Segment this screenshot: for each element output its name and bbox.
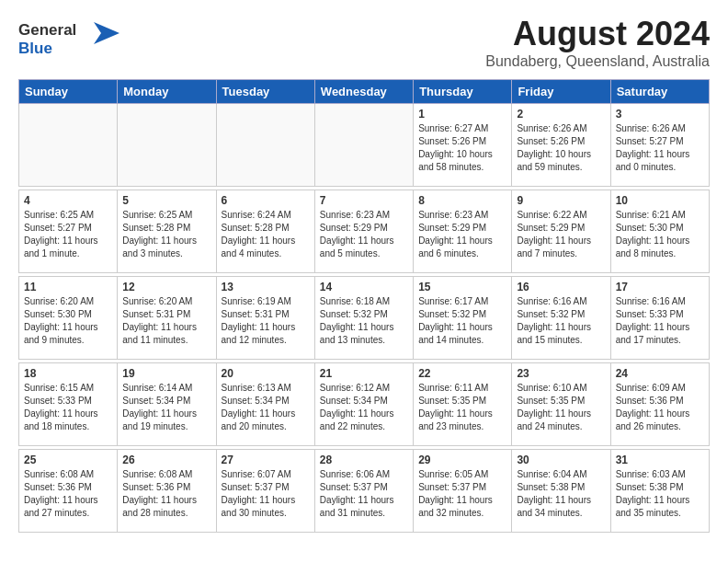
calendar-cell: 13Sunrise: 6:19 AM Sunset: 5:31 PM Dayli… — [216, 277, 314, 360]
svg-text:Blue: Blue — [18, 40, 52, 57]
calendar-cell: 24Sunrise: 6:09 AM Sunset: 5:36 PM Dayli… — [610, 363, 709, 446]
day-number: 14 — [320, 281, 408, 293]
day-info: Sunrise: 6:03 AM Sunset: 5:38 PM Dayligh… — [616, 468, 704, 520]
calendar-header-sunday: Sunday — [19, 80, 118, 104]
day-number: 19 — [122, 367, 210, 380]
day-number: 27 — [222, 454, 310, 466]
day-number: 16 — [517, 281, 605, 293]
title-section: August 2024 Bundaberg, Queensland, Austr… — [485, 15, 710, 70]
calendar-cell — [314, 104, 413, 187]
calendar-header-monday: Monday — [118, 80, 216, 104]
calendar-cell: 28Sunrise: 6:06 AM Sunset: 5:37 PM Dayli… — [314, 450, 413, 533]
day-info: Sunrise: 6:18 AM Sunset: 5:32 PM Dayligh… — [320, 295, 408, 347]
day-info: Sunrise: 6:07 AM Sunset: 5:37 PM Dayligh… — [222, 468, 310, 520]
day-number: 7 — [320, 194, 408, 207]
day-number: 25 — [24, 454, 112, 466]
calendar-cell: 27Sunrise: 6:07 AM Sunset: 5:37 PM Dayli… — [216, 450, 314, 533]
calendar-cell: 5Sunrise: 6:25 AM Sunset: 5:28 PM Daylig… — [118, 190, 216, 273]
main-title: August 2024 — [485, 15, 710, 53]
calendar-header-friday: Friday — [512, 80, 610, 104]
calendar-header-tuesday: Tuesday — [216, 80, 314, 104]
calendar-cell: 1Sunrise: 6:27 AM Sunset: 5:26 PM Daylig… — [414, 104, 512, 187]
logo: General Blue — [18, 15, 119, 64]
day-number: 17 — [616, 281, 704, 293]
calendar-week-4: 18Sunrise: 6:15 AM Sunset: 5:33 PM Dayli… — [19, 363, 710, 446]
day-info: Sunrise: 6:08 AM Sunset: 5:36 PM Dayligh… — [122, 468, 210, 520]
day-info: Sunrise: 6:25 AM Sunset: 5:28 PM Dayligh… — [122, 209, 210, 260]
calendar-week-2: 4Sunrise: 6:25 AM Sunset: 5:27 PM Daylig… — [19, 190, 710, 273]
day-number: 5 — [122, 194, 210, 207]
calendar-cell: 9Sunrise: 6:22 AM Sunset: 5:29 PM Daylig… — [512, 190, 610, 273]
day-number: 13 — [222, 281, 310, 293]
day-number: 11 — [24, 281, 112, 293]
day-info: Sunrise: 6:23 AM Sunset: 5:29 PM Dayligh… — [418, 209, 506, 260]
day-number: 31 — [616, 454, 704, 466]
day-info: Sunrise: 6:26 AM Sunset: 5:27 PM Dayligh… — [616, 122, 704, 174]
subtitle: Bundaberg, Queensland, Australia — [485, 53, 710, 70]
day-info: Sunrise: 6:13 AM Sunset: 5:34 PM Dayligh… — [222, 382, 310, 433]
calendar-cell: 12Sunrise: 6:20 AM Sunset: 5:31 PM Dayli… — [118, 277, 216, 360]
day-number: 21 — [320, 367, 408, 380]
day-info: Sunrise: 6:27 AM Sunset: 5:26 PM Dayligh… — [418, 122, 506, 174]
day-info: Sunrise: 6:19 AM Sunset: 5:31 PM Dayligh… — [222, 295, 310, 347]
calendar-cell: 11Sunrise: 6:20 AM Sunset: 5:30 PM Dayli… — [19, 277, 118, 360]
header: General Blue August 2024 Bundaberg, Quee… — [18, 15, 710, 70]
calendar-cell: 8Sunrise: 6:23 AM Sunset: 5:29 PM Daylig… — [414, 190, 512, 273]
day-info: Sunrise: 6:23 AM Sunset: 5:29 PM Dayligh… — [320, 209, 408, 260]
day-number: 2 — [517, 108, 605, 121]
calendar-header-saturday: Saturday — [610, 80, 709, 104]
day-info: Sunrise: 6:14 AM Sunset: 5:34 PM Dayligh… — [122, 382, 210, 433]
calendar-cell — [19, 104, 118, 187]
calendar-week-5: 25Sunrise: 6:08 AM Sunset: 5:36 PM Dayli… — [19, 450, 710, 533]
day-info: Sunrise: 6:25 AM Sunset: 5:27 PM Dayligh… — [24, 209, 112, 260]
day-number: 8 — [418, 194, 506, 207]
day-number: 20 — [222, 367, 310, 380]
calendar-cell: 25Sunrise: 6:08 AM Sunset: 5:36 PM Dayli… — [19, 450, 118, 533]
day-number: 24 — [616, 367, 704, 380]
day-number: 26 — [122, 454, 210, 466]
svg-marker-2 — [94, 22, 119, 44]
calendar-cell: 20Sunrise: 6:13 AM Sunset: 5:34 PM Dayli… — [216, 363, 314, 446]
calendar-week-3: 11Sunrise: 6:20 AM Sunset: 5:30 PM Dayli… — [19, 277, 710, 360]
day-number: 28 — [320, 454, 408, 466]
calendar-cell: 31Sunrise: 6:03 AM Sunset: 5:38 PM Dayli… — [610, 450, 709, 533]
calendar-cell — [216, 104, 314, 187]
logo-text: General Blue — [18, 15, 119, 64]
day-info: Sunrise: 6:21 AM Sunset: 5:30 PM Dayligh… — [616, 209, 704, 260]
day-info: Sunrise: 6:22 AM Sunset: 5:29 PM Dayligh… — [517, 209, 605, 260]
calendar-cell: 18Sunrise: 6:15 AM Sunset: 5:33 PM Dayli… — [19, 363, 118, 446]
calendar-header-wednesday: Wednesday — [314, 80, 413, 104]
calendar-cell: 15Sunrise: 6:17 AM Sunset: 5:32 PM Dayli… — [414, 277, 512, 360]
calendar-cell: 22Sunrise: 6:11 AM Sunset: 5:35 PM Dayli… — [414, 363, 512, 446]
day-info: Sunrise: 6:08 AM Sunset: 5:36 PM Dayligh… — [24, 468, 112, 520]
day-number: 29 — [418, 454, 506, 466]
calendar-cell: 17Sunrise: 6:16 AM Sunset: 5:33 PM Dayli… — [610, 277, 709, 360]
day-number: 12 — [122, 281, 210, 293]
calendar-cell: 2Sunrise: 6:26 AM Sunset: 5:26 PM Daylig… — [512, 104, 610, 187]
day-info: Sunrise: 6:20 AM Sunset: 5:30 PM Dayligh… — [24, 295, 112, 347]
day-number: 4 — [24, 194, 112, 207]
day-info: Sunrise: 6:16 AM Sunset: 5:32 PM Dayligh… — [517, 295, 605, 347]
day-number: 1 — [418, 108, 506, 121]
calendar-cell: 7Sunrise: 6:23 AM Sunset: 5:29 PM Daylig… — [314, 190, 413, 273]
calendar-week-1: 1Sunrise: 6:27 AM Sunset: 5:26 PM Daylig… — [19, 104, 710, 187]
day-number: 18 — [24, 367, 112, 380]
svg-text:General: General — [18, 21, 76, 39]
day-info: Sunrise: 6:20 AM Sunset: 5:31 PM Dayligh… — [122, 295, 210, 347]
calendar-cell: 3Sunrise: 6:26 AM Sunset: 5:27 PM Daylig… — [610, 104, 709, 187]
day-info: Sunrise: 6:16 AM Sunset: 5:33 PM Dayligh… — [616, 295, 704, 347]
page-container: General Blue August 2024 Bundaberg, Quee… — [0, 0, 728, 547]
calendar-cell: 29Sunrise: 6:05 AM Sunset: 5:37 PM Dayli… — [414, 450, 512, 533]
day-number: 30 — [517, 454, 605, 466]
day-number: 9 — [517, 194, 605, 207]
calendar-header-row: SundayMondayTuesdayWednesdayThursdayFrid… — [19, 80, 710, 104]
day-info: Sunrise: 6:05 AM Sunset: 5:37 PM Dayligh… — [418, 468, 506, 520]
calendar-cell: 19Sunrise: 6:14 AM Sunset: 5:34 PM Dayli… — [118, 363, 216, 446]
calendar-cell: 30Sunrise: 6:04 AM Sunset: 5:38 PM Dayli… — [512, 450, 610, 533]
calendar-table: SundayMondayTuesdayWednesdayThursdayFrid… — [18, 79, 710, 533]
day-info: Sunrise: 6:04 AM Sunset: 5:38 PM Dayligh… — [517, 468, 605, 520]
calendar-cell: 10Sunrise: 6:21 AM Sunset: 5:30 PM Dayli… — [610, 190, 709, 273]
day-number: 3 — [616, 108, 704, 121]
calendar-header-thursday: Thursday — [414, 80, 512, 104]
day-number: 6 — [222, 194, 310, 207]
